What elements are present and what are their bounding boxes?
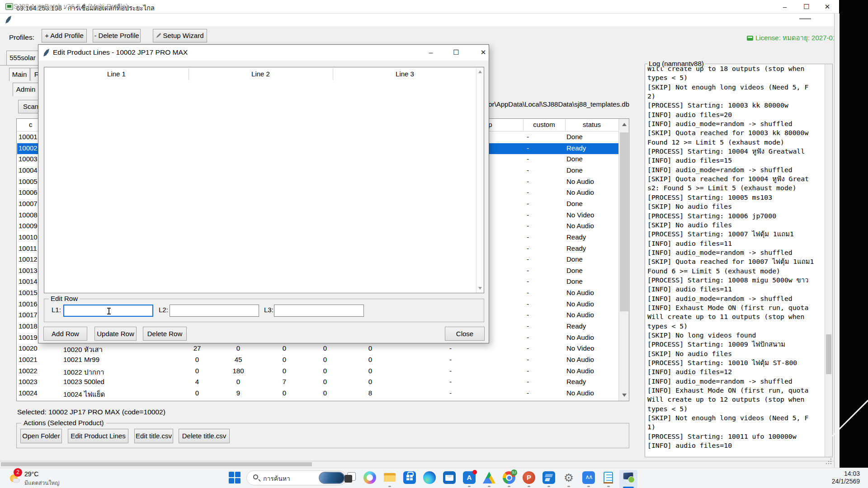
log-line: [INFO] audio files=11: [645, 285, 825, 294]
remote-desktop-icon[interactable]: [619, 470, 637, 488]
table-row[interactable]: 1002310023 500led40700--Ready: [17, 377, 618, 388]
column-separator: [189, 68, 189, 80]
cell-c1: 0: [179, 367, 215, 375]
scroll-down-icon[interactable]: [622, 394, 627, 397]
search-box[interactable]: การค้นหา: [246, 470, 347, 485]
chrome-icon[interactable]: SJ: [503, 471, 515, 487]
cell-c2: 45: [220, 356, 256, 363]
log-scrollbar[interactable]: [825, 64, 832, 457]
table-row[interactable]: 1002010020 หัวเสา270000--No Video: [17, 343, 618, 355]
cell-custom: -: [527, 322, 529, 330]
cell-c1: 4: [179, 378, 215, 385]
store-icon[interactable]: [403, 471, 416, 487]
cell-status: Ready: [566, 322, 586, 330]
lines-list[interactable]: Line 1 Line 2 Line 3: [44, 67, 484, 293]
delete-row-button[interactable]: Delete Row: [143, 327, 187, 341]
weather-temperature: 29°C: [24, 470, 38, 478]
horizontal-scrollbar[interactable]: [0, 461, 834, 467]
dialog-close-button[interactable]: ✕: [473, 45, 493, 60]
cell-code: 10021: [19, 356, 38, 363]
actions-groupbox: Actions (Selected Product) Open Folder E…: [16, 423, 629, 448]
edit-product-lines-button[interactable]: Edit Product Lines: [68, 429, 128, 443]
tab-admin[interactable]: Admin: [13, 83, 39, 96]
edit-title-csv-button[interactable]: Edit title.csv: [134, 429, 173, 443]
scroll-down-icon[interactable]: [478, 287, 482, 290]
log-line: [SKIP] No audio files: [645, 349, 825, 358]
open-folder-button[interactable]: Open Folder: [20, 429, 62, 443]
header-status[interactable]: status: [565, 121, 618, 128]
setup-wizard-button[interactable]: Setup Wizard: [153, 29, 207, 42]
log-line: [INFO] audio_mode=random -> shuffled: [645, 119, 825, 128]
outlook-icon[interactable]: [443, 471, 456, 487]
close-button[interactable]: Close: [445, 327, 485, 341]
header-code[interactable]: c: [29, 121, 33, 128]
cell-c4: 0: [307, 389, 343, 397]
weather-widget[interactable]: 2 29°C มีแดดส่วนใหญ่: [6, 469, 85, 488]
cell-group: -: [449, 378, 452, 385]
scroll-up-icon[interactable]: [622, 123, 627, 126]
app-minimize-button[interactable]: [799, 18, 811, 19]
google-drive-icon[interactable]: [483, 471, 495, 487]
column-line2[interactable]: Line 2: [189, 70, 333, 78]
resize-grip[interactable]: [825, 457, 833, 465]
column-line1[interactable]: Line 1: [44, 70, 189, 78]
update-row-button[interactable]: Update Row: [94, 327, 137, 341]
remote-desktop-connection-icon: [5, 3, 13, 10]
horizontal-scrollbar-thumb[interactable]: [1, 462, 312, 466]
tab-profile-555solar[interactable]: 555solar: [6, 51, 39, 65]
cell-code: 10002: [19, 144, 38, 152]
remote-close-button[interactable]: ✕: [817, 0, 837, 13]
profiles-label: Profiles:: [9, 33, 34, 42]
add-profile-button[interactable]: + Add Profile: [42, 29, 87, 42]
copilot-icon[interactable]: [363, 471, 376, 487]
tab-main[interactable]: Main: [9, 68, 30, 81]
table-row[interactable]: 1002110021 Mr99045000--No Audio: [17, 355, 618, 366]
cell-custom: -: [527, 211, 529, 219]
add-row-button[interactable]: Add Row: [43, 327, 87, 341]
delete-profile-button[interactable]: - Delete Profile: [93, 29, 141, 42]
scroll-up-icon[interactable]: [478, 70, 482, 73]
file-explorer-icon[interactable]: [383, 471, 396, 487]
log-line: types < 5): [645, 404, 825, 413]
log-line: [INFO] Exhaust Mode ON (first run, quota: [645, 303, 825, 312]
dialog-maximize-button[interactable]: ☐: [446, 45, 466, 60]
delete-title-csv-button[interactable]: Delete title.csv: [179, 429, 230, 443]
m365-icon[interactable]: ∧∧: [582, 471, 595, 487]
log-line: 1): [645, 422, 825, 432]
clipchamp-icon[interactable]: [542, 471, 555, 487]
log-output[interactable]: Will create up to 18 outputs (stop whent…: [645, 64, 825, 457]
cell-c4: 0: [307, 378, 343, 385]
cell-c5: 0: [352, 378, 388, 385]
log-line: [PROCESS] Starting: 10011 ufo 100000w: [645, 432, 825, 441]
settings-icon[interactable]: ⚙: [562, 471, 575, 487]
log-line: [SKIP] Quota reached for 10004 หูฟัง Gre…: [645, 174, 825, 183]
log-line: [SKIP] Quota reached for 10007 ไฟตุ้ม 1แ…: [645, 257, 825, 266]
remote-maximize-button[interactable]: ☐: [797, 0, 816, 13]
edge-icon[interactable]: [423, 471, 436, 487]
taskbar-clock[interactable]: 14:03 24/1/2569: [796, 470, 860, 485]
l3-input[interactable]: [274, 305, 364, 317]
remote-minimize-button[interactable]: –: [775, 0, 795, 13]
notepad-icon[interactable]: [602, 471, 615, 487]
table-scrollbar-thumb[interactable]: [620, 132, 628, 311]
l1-input[interactable]: [63, 305, 153, 317]
cell-custom: -: [527, 255, 529, 263]
task-view-icon[interactable]: [344, 471, 356, 487]
powerpoint-icon[interactable]: P: [523, 471, 535, 487]
app-a-icon[interactable]: A: [463, 471, 476, 487]
table-row[interactable]: 1002210022 ปากกา0180000--No Audio: [17, 366, 618, 377]
cell-status: No Audio: [566, 356, 594, 363]
dialog-minimize-button[interactable]: –: [421, 45, 441, 60]
start-button[interactable]: [228, 471, 241, 484]
table-scrollbar[interactable]: [618, 119, 629, 401]
dialog-titlebar[interactable]: Edit Product Lines - 10002 JP17 PRO MAX …: [38, 45, 489, 61]
log-scrollbar-thumb[interactable]: [826, 334, 831, 374]
lines-list-scrollbar[interactable]: [476, 67, 484, 293]
header-custom[interactable]: custom: [523, 121, 565, 128]
cell-code: 10016: [19, 300, 38, 308]
table-row[interactable]: 1002410024 ไฟแย็ด09008--No Audio: [17, 388, 618, 399]
l2-input[interactable]: [170, 305, 259, 317]
cell-c5: 0: [352, 367, 388, 375]
notebook-divider: [0, 65, 38, 66]
column-line3[interactable]: Line 3: [333, 70, 477, 78]
